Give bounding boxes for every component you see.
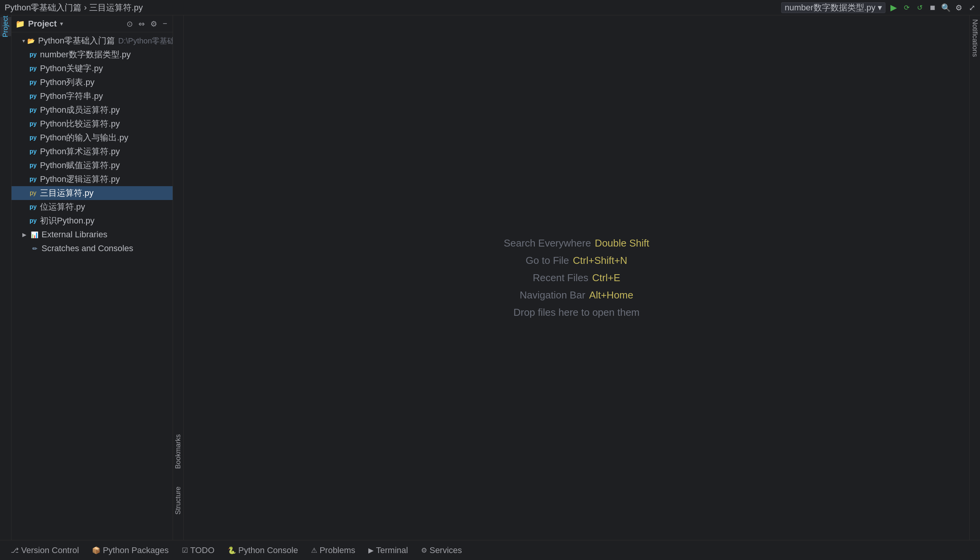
hint-go-to-file: Go to File Ctrl+Shift+N	[526, 255, 627, 267]
py-icon-7: py	[28, 147, 38, 156]
hint-search-everywhere: Search Everywhere Double Shift	[504, 237, 649, 249]
file-label-9: Python逻辑运算符.py	[40, 173, 120, 185]
sidebar-actions: ⊙ ⇔ ⚙ −	[125, 18, 169, 29]
run-again-button[interactable]: ⟳	[902, 3, 912, 13]
file-label-8: Python赋值运算符.py	[40, 160, 120, 171]
hint-nav-bar: Navigation Bar Alt+Home	[520, 289, 633, 301]
titlebar-right: number数字数据类型.py ▾ ▶ ⟳ ↺ ⏹ 🔍 ⚙ ⤢	[781, 0, 980, 15]
hint-goto-shortcut: Ctrl+Shift+N	[573, 255, 627, 267]
main-layout: Project 📁 Project ▾ ⊙ ⇔ ⚙ − ▾ 📂 Python零基…	[0, 15, 980, 540]
list-item-12[interactable]: py 初识Python.py	[12, 214, 173, 228]
notifications-label[interactable]: Notifications	[971, 19, 979, 59]
services-label: Services	[429, 545, 462, 555]
tab-python-packages[interactable]: 📦 Python Packages	[87, 544, 174, 557]
ext-lib-arrow: ▶	[22, 232, 28, 238]
left-side-labels: Bookmarks Structure	[173, 15, 184, 540]
titlebar-title: Python零基础入门篇 › 三目运算符.py	[5, 2, 143, 13]
hint-recent-shortcut: Ctrl+E	[592, 272, 620, 284]
hint-drop-label: Drop files here to open them	[513, 307, 639, 318]
project-dropdown-arrow[interactable]: ▾	[60, 20, 63, 27]
sidebar-collapse-btn[interactable]: ⇔	[137, 18, 146, 29]
terminal-label: Terminal	[376, 545, 408, 555]
list-item-1[interactable]: py Python关键字.py	[12, 62, 173, 75]
search-button[interactable]: 🔍	[941, 3, 951, 13]
run-config-dropdown[interactable]: number数字数据类型.py ▾	[781, 2, 885, 13]
list-item-11[interactable]: py 位运算符.py	[12, 200, 173, 214]
sidebar-content: ▾ 📂 Python零基础入门篇 D:\Python零基础入门篇 py numb…	[12, 32, 173, 540]
list-item-6[interactable]: py Python的输入与输出.py	[12, 131, 173, 145]
file-label-3: Python字符串.py	[40, 90, 103, 102]
py-icon-4: py	[28, 105, 38, 115]
file-label-11: 位运算符.py	[40, 201, 85, 213]
list-item-10[interactable]: py 三目运算符.py	[12, 186, 173, 200]
py-icon-3: py	[28, 92, 38, 101]
problems-label: Problems	[319, 545, 355, 555]
tree-item-scratches[interactable]: ✏ Scratches and Consoles	[12, 242, 173, 255]
ext-lib-label: External Libraries	[42, 230, 107, 240]
tree-item-external-libraries[interactable]: ▶ 📊 External Libraries	[12, 228, 173, 242]
ext-lib-icon: 📊	[30, 230, 39, 239]
structure-label[interactable]: Structure	[174, 487, 182, 517]
folder-icon: 📁	[15, 19, 25, 28]
list-item-7[interactable]: py Python算术运算符.py	[12, 145, 173, 158]
py-icon-9: py	[28, 175, 38, 184]
activity-project-label: Project	[2, 16, 10, 37]
hint-nav-label: Navigation Bar	[520, 289, 586, 301]
maximize-button[interactable]: ⤢	[967, 3, 977, 13]
hint-search-label: Search Everywhere	[504, 237, 591, 249]
hint-recent-label: Recent Files	[533, 272, 589, 284]
terminal-icon: ▶	[368, 546, 374, 555]
editor-area: Search Everywhere Double Shift Go to Fil…	[184, 15, 969, 540]
version-control-label: Version Control	[21, 545, 79, 555]
sidebar-title: Project	[28, 19, 57, 29]
services-icon: ⚙	[421, 546, 427, 555]
root-arrow: ▾	[22, 38, 25, 44]
py-icon-0: py	[28, 50, 38, 59]
run-button[interactable]: ▶	[888, 3, 898, 13]
sidebar-hide-btn[interactable]: −	[161, 18, 169, 29]
sidebar-scroll-from-source-btn[interactable]: ⊙	[125, 18, 135, 29]
hint-recent-files: Recent Files Ctrl+E	[533, 272, 620, 284]
file-label-7: Python算术运算符.py	[40, 146, 120, 157]
list-item-8[interactable]: py Python赋值运算符.py	[12, 158, 173, 172]
tab-services[interactable]: ⚙ Services	[416, 544, 467, 557]
bookmarks-label[interactable]: Bookmarks	[174, 434, 182, 471]
hint-goto-label: Go to File	[526, 255, 569, 267]
tab-version-control[interactable]: ⎇ Version Control	[5, 544, 84, 557]
settings-button[interactable]: ⚙	[954, 3, 964, 13]
tab-problems[interactable]: ⚠ Problems	[306, 544, 361, 557]
sidebar-settings-btn[interactable]: ⚙	[149, 18, 159, 29]
problems-icon: ⚠	[311, 546, 317, 555]
activity-project[interactable]: Project	[0, 17, 11, 36]
debug-with-coverage-button[interactable]: ↺	[915, 3, 925, 13]
list-item-4[interactable]: py Python成员运算符.py	[12, 103, 173, 117]
list-item-9[interactable]: py Python逻辑运算符.py	[12, 172, 173, 186]
py-icon-11: py	[28, 202, 38, 212]
notifications-bar: Notifications	[969, 15, 980, 540]
scratches-icon: ✏	[30, 244, 39, 253]
run-config-label: number数字数据类型.py	[785, 2, 875, 13]
root-folder-label: Python零基础入门篇	[38, 35, 115, 47]
scratches-label: Scratches and Consoles	[42, 243, 133, 253]
bottom-bar: ⎇ Version Control 📦 Python Packages ☑ TO…	[0, 540, 980, 560]
file-label-6: Python的输入与输出.py	[40, 132, 128, 143]
run-config-chevron: ▾	[878, 3, 882, 13]
list-item-2[interactable]: py Python列表.py	[12, 75, 173, 89]
tab-python-console[interactable]: 🐍 Python Console	[222, 544, 303, 557]
stop-button[interactable]: ⏹	[928, 3, 938, 13]
root-folder-icon: 📂	[27, 36, 36, 45]
python-console-label: Python Console	[238, 545, 298, 555]
version-control-icon: ⎇	[11, 546, 19, 555]
py-icon-1: py	[28, 64, 38, 73]
file-label-5: Python比较运算符.py	[40, 118, 120, 130]
hint-nav-shortcut: Alt+Home	[589, 289, 633, 301]
list-item-0[interactable]: py number数字数据类型.py	[12, 48, 173, 62]
tab-terminal[interactable]: ▶ Terminal	[363, 544, 413, 557]
list-item-5[interactable]: py Python比较运算符.py	[12, 117, 173, 131]
py-icon-12: py	[28, 216, 38, 225]
list-item-3[interactable]: py Python字符串.py	[12, 89, 173, 103]
file-label-4: Python成员运算符.py	[40, 104, 120, 116]
tree-item-root[interactable]: ▾ 📂 Python零基础入门篇 D:\Python零基础入门篇	[12, 34, 173, 48]
hint-drop-files: Drop files here to open them	[513, 307, 639, 318]
tab-todo[interactable]: ☑ TODO	[176, 544, 220, 557]
